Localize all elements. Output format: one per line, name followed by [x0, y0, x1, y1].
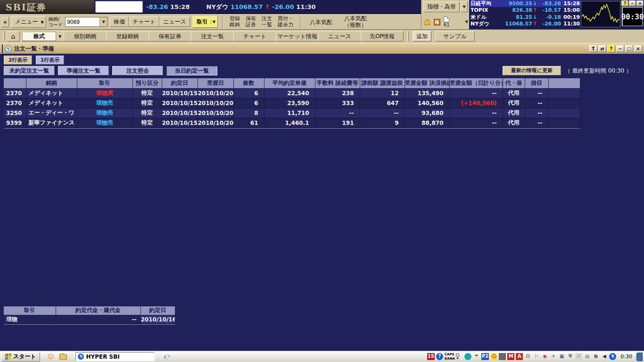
toolbar-link[interactable]: 買付・建余力	[275, 16, 296, 28]
view-tab[interactable]: 注文照会	[112, 66, 163, 75]
cell-avg-price: 22,540	[264, 88, 315, 98]
board-link[interactable]: 八本気配	[305, 15, 337, 29]
view-tab[interactable]: 当日約定一覧	[166, 66, 217, 75]
tray-usb-icon[interactable]: ✓	[575, 353, 582, 360]
code-input[interactable]	[66, 17, 99, 26]
execution-row[interactable]: 2370 メディネット 現物売 特定 2010/10/15 2010/10/20…	[4, 98, 580, 108]
app-close-button[interactable]: ×	[636, 0, 644, 6]
cell-code: 2370	[4, 88, 26, 98]
toolbar-grip[interactable]	[3, 32, 5, 41]
nav-tab[interactable]: 登録銘柄	[106, 31, 149, 41]
tray-bell-icon[interactable]: Ω	[524, 353, 531, 360]
window-text-button[interactable]: T	[589, 45, 597, 52]
market-index-row[interactable]: 日経平均 9500.25 ↓ -83.26 15:28	[470, 0, 581, 7]
tray-help-icon[interactable]: ?	[436, 353, 443, 360]
sample-button[interactable]: サンプル	[435, 31, 475, 41]
summary-date: 2010/10/16	[140, 315, 175, 324]
quick-button[interactable]: ニュース	[159, 16, 190, 27]
ticker-input[interactable]	[96, 1, 142, 12]
collapse-toolbar-button[interactable]: «	[1, 17, 9, 27]
nav-tab[interactable]: 個別銘柄	[64, 31, 107, 41]
column-header: 課税額 譲渡益税	[360, 78, 405, 88]
tray-window-icon[interactable]	[499, 353, 506, 360]
tray-network-icon[interactable]: ⧉	[592, 353, 599, 360]
hyper-sbi-icon: ↯	[78, 354, 84, 360]
nav-tab[interactable]: チャート	[233, 31, 276, 41]
nav-tab[interactable]: 注文一覧	[191, 31, 234, 41]
tray-p2-icon[interactable]: P2	[481, 353, 489, 360]
ime-caps-kana-indicator[interactable]: CAPSKANA ▼	[445, 353, 459, 361]
start-button[interactable]: スタート	[1, 352, 40, 362]
nav-tab[interactable]: 保有証券	[149, 31, 191, 41]
window-close-button[interactable]: ×	[634, 45, 642, 52]
nav-tab[interactable]: ニュース	[318, 31, 361, 41]
execution-row[interactable]: 9399 新華ファイナンス 現物売 特定 2010/10/15 2010/10/…	[4, 118, 580, 128]
tray-acrobat-icon[interactable]: A	[516, 353, 523, 360]
news-n-icon[interactable]: N	[434, 19, 440, 25]
menu-button[interactable]: メニュー▼	[11, 16, 46, 28]
tray-rocket-icon[interactable]: ✈	[550, 353, 557, 360]
memo-count[interactable]: 61	[444, 16, 450, 27]
notification-dropdown-arrow-icon[interactable]: ▼	[465, 20, 468, 24]
nav-tab[interactable]: 先OP情報	[361, 31, 404, 41]
window-swap-button[interactable]: ⇄	[598, 45, 606, 52]
app-help-button[interactable]: ?	[621, 0, 628, 6]
toolbar-link[interactable]: 注文一覧	[259, 16, 274, 28]
tray-clipboard-icon[interactable]: ▤	[584, 353, 591, 360]
toolbar-link[interactable]: 登録銘柄	[227, 16, 242, 28]
indicator-dropdown-arrow-icon[interactable]: ▼	[461, 1, 468, 12]
order-list-panel: 2行表示1行表示 未約定注文一覧準備注文一覧注文照会当日約定一覧 最新の情報に更…	[0, 54, 644, 351]
taskbar-task-hyper-sbi[interactable]: ↯ HYPER SBI	[75, 352, 155, 361]
market-index-row[interactable]: 米ドル 81.25 ↓ -0.18 00:19	[470, 14, 581, 21]
folder-quicklaunch-icon[interactable]	[59, 354, 67, 360]
indicator-dropdown[interactable]: 指標・為替	[423, 1, 460, 12]
execution-row[interactable]: 3250 エー・ディー・ワ 現物売 特定 2010/10/15 2010/10/…	[4, 108, 580, 118]
window-minimize-button[interactable]: −	[616, 45, 624, 52]
quick-button[interactable]: チャート	[129, 16, 159, 27]
tray-speaker-icon[interactable]: ◀	[601, 353, 608, 360]
tray-hypersbi-icon[interactable]: ↯	[609, 353, 616, 360]
internet-explorer-icon[interactable]: ℮	[163, 353, 169, 361]
window-help-button[interactable]: ?	[607, 45, 615, 52]
tray-antenna-icon[interactable]: Ψ	[567, 353, 574, 360]
trade-button[interactable]: 取引▼	[192, 16, 218, 28]
board-multi-link[interactable]: 八本気配（複数）	[339, 16, 372, 29]
stock-tab-dropdown[interactable]: 株式 ▼	[22, 31, 64, 41]
column-header: 株数	[233, 78, 264, 88]
refresh-button[interactable]: 最新の情報に更新	[503, 66, 561, 75]
tray-messenger-icon[interactable]	[464, 353, 471, 360]
tray-mcafee-shield-icon[interactable]: M	[507, 353, 514, 360]
show-desktop-button[interactable]	[636, 353, 643, 361]
indicator-block: 指標・為替 ▼ Ω N 61 ▼	[421, 0, 469, 29]
tray-fire-icon[interactable]: ◉	[541, 353, 548, 360]
view-tab[interactable]: 未約定注文一覧	[4, 66, 55, 75]
column-header: 受渡金額 決済損益	[405, 78, 449, 88]
display-mode-button[interactable]: 1行表示	[36, 56, 64, 65]
bell-icon[interactable]: Ω	[424, 18, 430, 26]
add-tab-button[interactable]: 追加	[413, 31, 431, 41]
tray-tv-icon[interactable]: ▦	[558, 353, 565, 360]
app-minimize-button[interactable]: −	[629, 0, 636, 6]
toolbar-link[interactable]: 保有証券	[243, 16, 258, 28]
window-restore-button[interactable]: □	[625, 45, 633, 52]
cell-avg-price: 1,460.1	[264, 118, 315, 128]
market-index-row[interactable]: NYダウ 11068.57 ↑ -26.00 11:30	[470, 21, 581, 28]
home-button[interactable]: ⌂	[7, 31, 20, 41]
market-index-row[interactable]: TOPIX 826.38 ↑ -10.57 15:00	[470, 7, 581, 14]
tray-ime15-icon[interactable]: 15	[427, 353, 435, 360]
toolbar-separator	[300, 16, 301, 28]
view-tab[interactable]: 準備注文一覧	[58, 66, 109, 75]
taskbar-clock[interactable]: 0:30	[620, 354, 632, 360]
cat-quicklaunch-icon[interactable]: ☺	[48, 354, 54, 360]
nav-tab[interactable]: マーケット情報	[276, 31, 319, 41]
tray-umbrella-icon[interactable]: ☂	[473, 353, 480, 360]
tray-smiley-icon[interactable]: ☺	[490, 353, 497, 360]
cell-filler	[548, 118, 580, 128]
quick-button[interactable]: 株価	[110, 16, 129, 27]
execution-row[interactable]: 2370 メディネット 現物買 特定 2010/10/15 2010/10/20…	[4, 88, 580, 98]
code-dropdown-arrow-icon[interactable]: ▼	[99, 17, 107, 26]
cell-account: 特定	[132, 98, 162, 108]
tray-flag-icon[interactable]: ⚐	[533, 353, 540, 360]
display-mode-button[interactable]: 2行表示	[4, 56, 32, 65]
summary-column-header: 約定日	[140, 306, 175, 315]
